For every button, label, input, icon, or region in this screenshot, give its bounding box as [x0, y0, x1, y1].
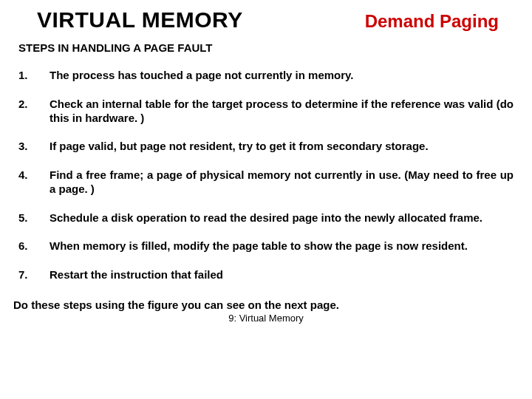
list-item: 6. When memory is filled, modify the pag… [18, 239, 514, 253]
step-number: 5. [18, 211, 50, 225]
step-text: Schedule a disk operation to read the de… [50, 211, 514, 225]
step-number: 3. [18, 140, 50, 154]
step-number: 2. [18, 98, 50, 126]
list-item: 1. The process has touched a page not cu… [18, 69, 514, 83]
step-text: Find a free frame; a page of physical me… [50, 168, 514, 197]
step-text: Check an internal table for the target p… [50, 98, 514, 126]
list-item: 5. Schedule a disk operation to read the… [18, 211, 514, 225]
title-row: VIRTUAL MEMORY Demand Paging [0, 0, 532, 33]
title-right: Demand Paging [365, 11, 499, 32]
step-number: 6. [18, 239, 50, 253]
step-number: 7. [18, 268, 50, 282]
step-number: 4. [18, 168, 50, 197]
slide: VIRTUAL MEMORY Demand Paging STEPS IN HA… [0, 0, 532, 399]
list-item: 3. If page valid, but page not resident,… [18, 140, 514, 154]
list-item: 7. Restart the instruction that failed [18, 268, 514, 282]
step-number: 1. [18, 69, 50, 83]
footer-note: Do these steps using the figure you can … [13, 299, 532, 311]
list-item: 2. Check an internal table for the targe… [18, 98, 514, 126]
title-left: VIRTUAL MEMORY [37, 7, 243, 33]
step-text: Restart the instruction that failed [50, 268, 514, 282]
subtitle: STEPS IN HANDLING A PAGE FAULT [18, 41, 532, 54]
step-text: The process has touched a page not curre… [50, 69, 514, 83]
step-text: When memory is filled, modify the page t… [50, 239, 514, 253]
steps-list: 1. The process has touched a page not cu… [18, 69, 514, 282]
list-item: 4. Find a free frame; a page of physical… [18, 168, 514, 197]
slide-reference: 9: Virtual Memory [0, 313, 532, 324]
step-text: If page valid, but page not resident, tr… [50, 140, 514, 154]
